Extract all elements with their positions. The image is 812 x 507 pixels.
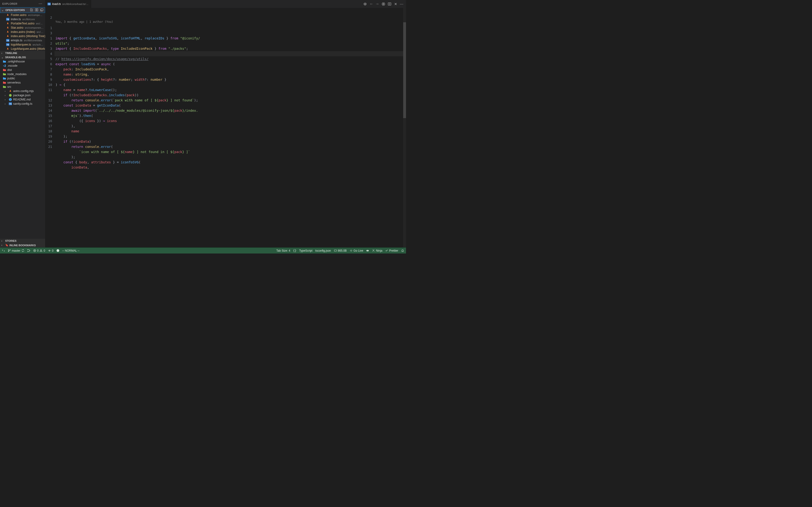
project-tree: .unlighthouse.vscodedistnode_modulespubl… [0, 59, 45, 239]
tab-size[interactable]: Tab Size: 4 [276, 249, 290, 252]
file-path: src/components/github [25, 26, 44, 29]
chevron-right-icon: › [5, 103, 7, 105]
tree-item[interactable]: src [0, 85, 45, 89]
svg-point-7 [377, 3, 378, 4]
file-path: src/lib/core/data [24, 39, 42, 42]
tree-item-label: package.json [13, 94, 31, 97]
astro-icon [6, 26, 9, 30]
split-editor-icon[interactable] [388, 2, 392, 6]
code-area[interactable]: 213123456789101112131415161718192021 You… [45, 8, 406, 247]
editor-more-icon[interactable]: ⋯ [400, 2, 404, 6]
prettier-status[interactable]: Prettier [385, 249, 398, 252]
open-editor-item[interactable]: Star.astrosrc/components/github [0, 25, 45, 30]
tree-item[interactable]: ›astro.config.mjs [0, 89, 45, 93]
tree-item-label: README.md [13, 98, 31, 101]
bookmark-icon: 🔖 [5, 244, 8, 247]
open-editor-item[interactable]: index.astro (Working Tree)src/pa… [0, 34, 45, 38]
svg-point-11 [8, 249, 9, 250]
chevron-right-icon: › [5, 98, 7, 101]
open-editor-item[interactable]: TSemojis.tssrc/lib/core/data [0, 38, 45, 43]
status-bar: master 0 0 0 -- NORMAL -- Tab Size: 4 {}… [0, 247, 406, 253]
filesize-status[interactable]: 865.0B [334, 249, 347, 252]
open-editor-item[interactable]: TSindex.tssrc/lib/core [0, 17, 45, 21]
chevron-right-icon: › [1, 52, 4, 54]
tree-item-label: serverless [7, 81, 21, 84]
nav-forward-disabled-icon [375, 2, 379, 6]
tree-item[interactable]: .vscode [0, 64, 45, 68]
github-icon[interactable] [56, 249, 59, 252]
folder-icon [3, 72, 6, 76]
tree-item[interactable]: .unlighthouse [0, 59, 45, 64]
vscode-icon [3, 64, 6, 67]
code-lines[interactable]: You, 3 months ago | 1 author (You) impor… [54, 8, 406, 247]
tsconfig-status[interactable]: tsconfig.json [315, 249, 331, 252]
file-name: index.astro (Working Tree) [11, 35, 45, 38]
folder-icon [3, 60, 6, 63]
graph-icon[interactable] [27, 249, 30, 252]
minimap-thumb[interactable] [403, 22, 406, 118]
branch-status[interactable]: master [8, 249, 24, 252]
open-editor-item[interactable]: TSlogoMarquee.tssrc/schemas/pag… [0, 43, 45, 47]
branch-name: master [12, 249, 20, 252]
save-all-icon[interactable] [40, 8, 44, 12]
svg-point-6 [370, 3, 371, 4]
tree-item-label: .unlighthouse [7, 60, 25, 63]
minimap[interactable] [403, 8, 406, 247]
language-mode[interactable]: {} TypeScript [293, 249, 312, 252]
section-open-editors[interactable]: ⌄ OPEN EDITORS [0, 7, 45, 13]
open-editor-item[interactable]: PortableText.astrosrc/component… [0, 21, 45, 25]
ninja-status[interactable]: Ninja [372, 249, 382, 252]
astro-icon [6, 35, 9, 38]
tree-item[interactable]: ›iREADME.md [0, 97, 45, 102]
tree-item[interactable]: ›TSsanity.config.ts [0, 102, 45, 106]
section-project[interactable]: ⌄ SRANDLE-BLOG [0, 55, 45, 59]
nodejs-icon [9, 94, 12, 97]
tab-filepath: src/lib/icons/load.ts/… [62, 3, 89, 5]
close-icon[interactable] [394, 2, 398, 6]
explorer-more-icon[interactable]: ⋯ [39, 1, 43, 6]
run-icon[interactable] [382, 2, 385, 6]
tree-item[interactable]: ›package.json [0, 93, 45, 97]
tree-item[interactable]: serverless [0, 80, 45, 85]
typescript-icon: TS [6, 18, 9, 21]
gitlens-toggle-icon[interactable] [363, 2, 367, 6]
tree-item-label: .vscode [7, 64, 17, 67]
project-label: SRANDLE-BLOG [5, 56, 26, 59]
file-name: index.astro (Index) [11, 30, 35, 34]
line-gutter: 213123456789101112131415161718192021 [45, 8, 54, 247]
section-timeline[interactable]: › TIMELINE [0, 51, 45, 55]
astro-icon [9, 90, 12, 93]
tree-item[interactable]: node_modules [0, 72, 45, 76]
section-stories[interactable]: › STORIES [0, 239, 45, 243]
tree-item-label: sanity.config.ts [13, 102, 33, 105]
tree-item[interactable]: dist [0, 68, 45, 72]
open-editor-item[interactable]: index.astro (Index)src/pages/res… [0, 30, 45, 34]
toggle-layout-icon[interactable] [35, 8, 38, 12]
open-editors-list: Footer.astrosrc/components/com…TSindex.t… [0, 13, 45, 51]
golive-status[interactable]: Go Live [350, 249, 363, 252]
open-editor-item[interactable]: LogoMarquee.astro (Working Tre… [0, 47, 45, 51]
tree-item[interactable]: public [0, 76, 45, 80]
svg-point-18 [49, 251, 50, 251]
tree-item-label: node_modules [7, 72, 27, 76]
section-bookmarks[interactable]: › 🔖 INLINE BOOKMARKS [0, 243, 45, 247]
codelens-annotation[interactable]: You, 3 months ago | 1 author (You) [54, 18, 406, 25]
problems-status[interactable]: 0 0 [33, 249, 45, 252]
sync-icon[interactable] [21, 249, 24, 252]
new-untitled-icon[interactable] [30, 8, 33, 12]
chevron-down-icon: ⌄ [1, 56, 4, 59]
folder-icon [3, 85, 6, 89]
folder-icon [3, 77, 6, 80]
bell-icon[interactable] [401, 249, 404, 252]
tab-active[interactable]: TS load.ts src/lib/icons/load.ts/… [45, 0, 91, 8]
svg-rect-22 [366, 250, 369, 251]
svg-point-21 [351, 251, 351, 251]
ports-status[interactable]: 0 [48, 249, 54, 252]
copilot-icon[interactable] [366, 249, 369, 252]
open-editor-item[interactable]: Footer.astrosrc/components/com… [0, 13, 45, 17]
astro-icon [6, 47, 9, 50]
remote-icon[interactable] [2, 249, 5, 252]
astro-icon [6, 13, 9, 17]
svg-rect-20 [334, 250, 337, 251]
editor-pane: TS load.ts src/lib/icons/load.ts/… ⋯ 213… [45, 0, 406, 247]
